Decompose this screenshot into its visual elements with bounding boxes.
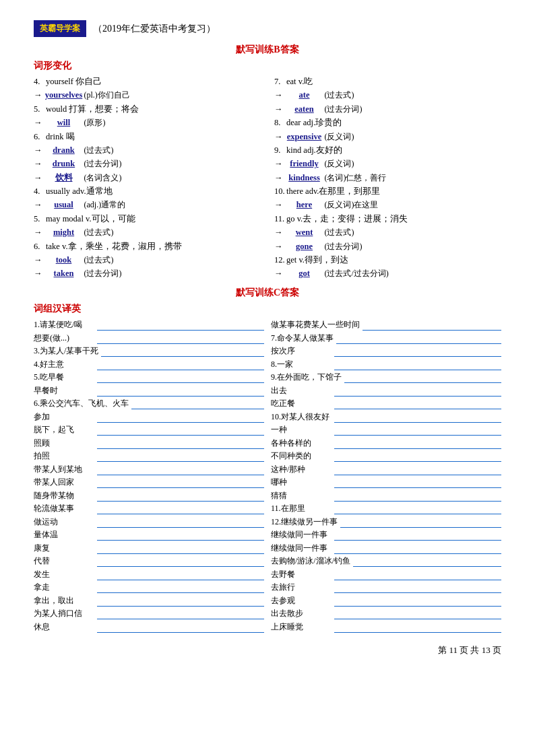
entry-taken: → taken (过去分词) (34, 267, 261, 280)
vocab-item: 12.继续做另一件事 (271, 516, 501, 528)
entry-kindness: → kindness (名词)仁慈，善行 (274, 172, 501, 184)
header-title: （2019年仁爱英语中考复习） (93, 23, 216, 35)
vocab-item: 不同种类的 (271, 450, 501, 462)
header-row: 英霸导学案 （2019年仁爱英语中考复习） (34, 20, 501, 37)
entry-gone: → gone (过去分词) (274, 240, 501, 253)
vocab-item: 量体温 (34, 528, 264, 541)
vocab-item: 康复 (34, 542, 264, 554)
entry-here: → here (反义词)在这里 (274, 199, 501, 211)
vocab-item: 猜猜 (271, 489, 501, 502)
section-title-cizu: 词组汉译英 (34, 303, 501, 315)
vocab-item: 继续做同一件事 (271, 528, 501, 541)
entry-10-there: 10. there adv.在那里，到那里 (274, 185, 501, 198)
entry-ate: → ate (过去式) (274, 89, 501, 102)
vocab-item: 6.乘公交汽车、飞机、火车 (34, 397, 264, 409)
vocab-item: 拿出，取出 (34, 594, 264, 607)
vocab-item: 哪种 (271, 476, 501, 488)
entry-6-take: 6. take v.拿，乘坐，花费，淑用，携带 (34, 240, 261, 253)
left-entries: 4. yourself 你自己 → yourselves (pl.)你们自己 5… (34, 75, 261, 281)
vocab-item: 这种/那种 (271, 463, 501, 475)
page-footer: 第 11 页 共 13 页 (34, 644, 501, 656)
vocab-item: 参加 (34, 411, 264, 423)
vocab-item: 各种各样的 (271, 437, 501, 449)
vocab-item: 随身带某物 (34, 489, 264, 502)
entry-4-usually: 4. usually adv.通常地 (34, 185, 261, 198)
vocab-item: 照顾 (34, 437, 264, 449)
vocab-item: 9.在外面吃，下馆子 (271, 371, 501, 383)
vocab-item: 去野餐 (271, 568, 501, 580)
section-c-title: 默写训练C答案 (34, 287, 501, 299)
vocab-item: 上床睡觉 (271, 621, 501, 633)
entry-5: 5. would 打算，想要；将会 (34, 103, 261, 116)
entry-12-get: 12. get v.得到，到达 (274, 254, 501, 267)
vocab-item: 11.在那里 (271, 502, 501, 514)
vocab-item: 3.为某人/某事干死 (34, 345, 264, 357)
vocab-item: 发生 (34, 568, 264, 580)
vocab-item: 按次序 (271, 345, 501, 357)
entry-expensive: → expensive (反义词) (274, 131, 501, 143)
vocab-item: 4.好主意 (34, 358, 264, 370)
entry-might: → might (过去式) (34, 226, 261, 239)
vocab-item: 拍照 (34, 450, 264, 462)
entry-usual: → usual (adj.)通常的 (34, 199, 261, 211)
vocab-item: 出去 (271, 384, 501, 397)
entry-9-kind: 9. kind adj.友好的 (274, 144, 501, 157)
vocab-item: 5.吃早餐 (34, 371, 264, 383)
vocab-item: 出去散步 (271, 607, 501, 619)
entry-drunk: → drunk (过去分词) (34, 158, 261, 170)
vocab-item: 8.一家 (271, 358, 501, 370)
entry-will: → will (原形) (34, 116, 261, 129)
entry-yourselves: → yourselves (pl.)你们自己 (34, 89, 261, 102)
vocab-item: 早餐时 (34, 384, 264, 397)
entry-7-eat: 7. eat v.吃 (274, 75, 501, 88)
vocab-item: 脱下，起飞 (34, 423, 264, 436)
vocab-item: 休息 (34, 621, 264, 633)
entry-took: → took (过去式) (34, 254, 261, 267)
vocab-item: 1.请某便吃/喝 (34, 318, 264, 331)
vocab-item: 一种 (271, 423, 501, 436)
vocab-two-col: 1.请某便吃/喝 想要(做...) 3.为某人/某事干死 4.好主意 5.吃早餐… (34, 318, 501, 634)
entry-yinliao: → 饮料 (名词含义) (34, 172, 261, 184)
entry-4: 4. yourself 你自己 (34, 75, 261, 88)
section-title-cixing: 词形变化 (34, 60, 501, 72)
vocab-item: 想要(做...) (34, 332, 264, 344)
vocab-item: 为某人捎口信 (34, 607, 264, 619)
vocab-item: 去购物/游泳/溜冰/钓鱼 (271, 555, 501, 567)
vocab-section: 1.请某便吃/喝 想要(做...) 3.为某人/某事干死 4.好主意 5.吃早餐… (34, 318, 501, 634)
entry-8-dear: 8. dear adj.珍贵的 (274, 116, 501, 129)
vocab-item: 去旅行 (271, 581, 501, 593)
morphology-section: 4. yourself 你自己 → yourselves (pl.)你们自己 5… (34, 75, 501, 281)
vocab-item: 7.命令某人做某事 (271, 332, 501, 344)
entry-eaten: → eaten (过去分词) (274, 103, 501, 116)
entry-got: → got (过去式/过去分词) (274, 267, 501, 280)
vocab-item: 代替 (34, 555, 264, 567)
entry-drank: → drank (过去式) (34, 144, 261, 157)
entry-5-may: 5. may modal v.可以，可能 (34, 213, 261, 226)
vocab-item: 去参观 (271, 594, 501, 607)
vocab-item: 10.对某人很友好 (271, 411, 501, 423)
vocab-item: 带某人回家 (34, 476, 264, 488)
entry-11-go: 11. go v.去，走；变得；进展；消失 (274, 213, 501, 226)
entry-6: 6. drink 喝 (34, 131, 261, 143)
vocab-right-col: 做某事花费某人一些时间 7.命令某人做某事 按次序 8.一家 9.在外面吃，下馆… (271, 318, 501, 634)
brand-box: 英霸导学案 (34, 20, 86, 37)
section-b-title: 默写训练B答案 (34, 44, 501, 56)
vocab-item: 带某人到某地 (34, 463, 264, 475)
entry-friendly: → friendly (反义词) (274, 158, 501, 170)
right-entries: 7. eat v.吃 → ate (过去式) → eaten (过去分词) 8.… (274, 75, 501, 281)
vocab-item: 吃正餐 (271, 397, 501, 409)
vocab-item: 做运动 (34, 516, 264, 528)
vocab-item: 轮流做某事 (34, 502, 264, 514)
entry-went: → went (过去式) (274, 226, 501, 239)
vocab-item: 拿走 (34, 581, 264, 593)
vocab-item: 做某事花费某人一些时间 (271, 318, 501, 331)
vocab-left-col: 1.请某便吃/喝 想要(做...) 3.为某人/某事干死 4.好主意 5.吃早餐… (34, 318, 264, 634)
vocab-item: 继续做同一件事 (271, 542, 501, 554)
